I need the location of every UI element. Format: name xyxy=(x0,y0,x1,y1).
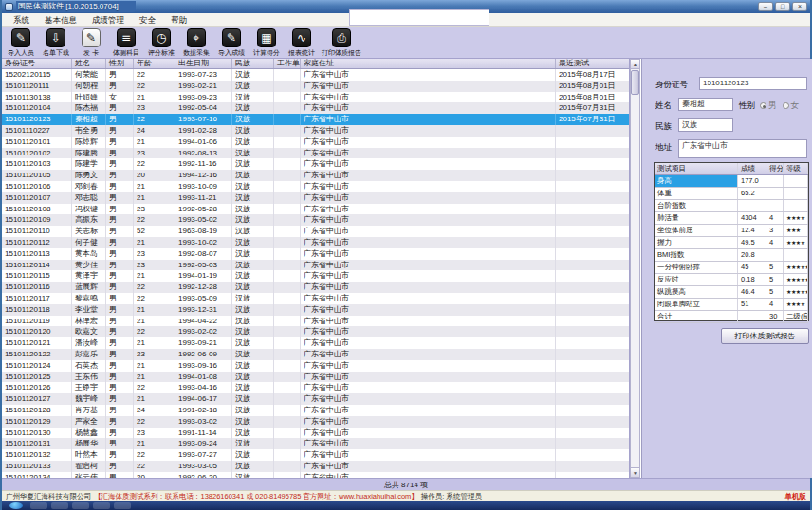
column-header-5[interactable]: 民族 xyxy=(232,59,274,68)
results-row[interactable]: 坐位体前屈12.43★★★ xyxy=(655,225,808,237)
scroll-up-icon[interactable]: ▲ xyxy=(631,60,639,69)
table-row[interactable]: 15101120115黄泽宇男211994-01-19汉族广东省中山市 xyxy=(2,270,629,282)
menu-item-1[interactable]: 基本信息 xyxy=(37,13,84,26)
menu-item-4[interactable]: 帮助 xyxy=(163,13,194,26)
results-row[interactable]: 体重65.2 xyxy=(655,188,808,200)
ethnic-field[interactable]: 汉族 xyxy=(678,118,733,132)
table-row[interactable]: 15101120101陈焯辉男211994-01-06汉族广东省中山市 xyxy=(2,137,629,148)
table-row[interactable]: 15101120132叶然本男221993-07-27汉族广东省中山市 xyxy=(2,449,629,461)
column-header-0[interactable]: 身份证号 xyxy=(2,59,72,68)
toolbar-button-9[interactable]: ⎙打印体质报告 xyxy=(320,28,363,58)
results-row[interactable]: 反应时0.185★★★★★ xyxy=(655,274,808,286)
results-row[interactable]: 肺活量43044★★★★ xyxy=(655,212,808,225)
results-row[interactable]: 一分钟俯卧撑455★★★★★ xyxy=(655,262,808,274)
column-header-6[interactable]: 工作单位 xyxy=(274,59,301,68)
table-row[interactable]: 15101120125王东伟男211994-01-08汉族广东省中山市 xyxy=(2,372,629,383)
menu-item-0[interactable]: 系统 xyxy=(6,13,37,26)
taskbar-item[interactable] xyxy=(30,502,47,509)
toolbar-button-5[interactable]: ⌖数据采集 xyxy=(179,28,213,58)
scrollbar-thumb[interactable] xyxy=(631,70,639,95)
table-row[interactable]: 15101120123秦相超男221993-07-16汉族广东省中山市2015年… xyxy=(2,114,629,125)
table-cell xyxy=(556,461,629,472)
table-row[interactable]: 15101120131杨展华男211993-09-24汉族广东省中山市 xyxy=(2,438,629,449)
start-button-icon[interactable] xyxy=(9,502,23,509)
table-row[interactable]: 15101120113黄本岛男231992-08-07汉族广东省中山市 xyxy=(2,248,629,260)
maximize-button[interactable]: □ xyxy=(775,2,790,11)
gender-female-radio[interactable] xyxy=(783,102,789,109)
results-row[interactable]: 台阶指数 xyxy=(655,200,808,212)
taskbar-item[interactable] xyxy=(114,502,131,509)
column-header-4[interactable]: 出生日期 xyxy=(175,59,232,68)
table-cell: 15101120127 xyxy=(2,393,72,405)
table-row[interactable]: 15101120124石英杰男211993-09-16汉族广东省中山市 xyxy=(2,360,629,372)
print-report-button[interactable]: 打印体质测试报告 xyxy=(721,328,809,344)
toolbar-button-3[interactable]: ≡体测科目 xyxy=(109,28,143,58)
table-row[interactable]: 15101120107邓志聪男211993-11-21汉族广东省中山市 xyxy=(2,192,629,204)
taskbar-item[interactable] xyxy=(72,502,89,509)
windows-taskbar[interactable] xyxy=(2,501,810,510)
column-header-7[interactable]: 家庭住址 xyxy=(301,59,556,68)
table-row[interactable]: 15101120120欧嘉文男221993-02-02汉族广东省中山市 xyxy=(2,326,629,337)
table-row[interactable]: 15101120117黎嘉鸣男221993-05-09汉族广东省中山市 xyxy=(2,293,629,304)
close-button[interactable]: × xyxy=(792,2,807,11)
table-row[interactable]: 15101120122彭嘉乐男231992-06-09汉族广东省中山市 xyxy=(2,349,629,360)
toolbar-button-4[interactable]: ◷评分标准 xyxy=(144,28,178,58)
taskbar-item[interactable] xyxy=(93,502,110,509)
table-row[interactable]: 15101120118李业堂男211993-12-31汉族广东省中山市 xyxy=(2,304,629,316)
toolbar-button-2[interactable]: ✎发 卡 xyxy=(74,28,108,58)
table-row[interactable]: 15101120108冯权键男231992-05-28汉族广东省中山市 xyxy=(2,204,629,215)
toolbar-button-label: 报表统计 xyxy=(288,48,315,58)
table-row[interactable]: 15101120102陈建腾男231992-08-13汉族广东省中山市 xyxy=(2,148,629,159)
results-row[interactable]: 握力49.54★★★★ xyxy=(655,237,808,249)
table-cell: 2015年07月31日 xyxy=(556,114,629,125)
table-row[interactable]: 15101120104陈杰福男231992-05-04汉族广东省中山市2015年… xyxy=(2,102,629,114)
table-row[interactable]: 15101120128肖万基男241991-02-18汉族广东省中山市 xyxy=(2,405,629,416)
menu-item-3[interactable]: 安全 xyxy=(132,13,163,26)
table-row[interactable]: 15101120112何子健男211993-10-02汉族广东省中山市 xyxy=(2,237,629,248)
table-row[interactable]: 15101120130杨慧鑫男231991-11-14汉族广东省中山市 xyxy=(2,428,629,439)
table-row[interactable]: 15101120114黄少佳男231992-05-03汉族广东省中山市 xyxy=(2,260,629,271)
id-field[interactable]: 15101120123 xyxy=(699,77,807,90)
table-cell: 男 xyxy=(106,461,134,472)
minimize-button[interactable]: – xyxy=(758,2,773,11)
scroll-down-icon[interactable]: ▼ xyxy=(631,467,639,477)
column-header-8[interactable]: 最近测试 xyxy=(556,59,630,68)
table-row[interactable]: 15101120110关志标男521963-08-19汉族广东省中山市 xyxy=(2,226,629,237)
gender-male-radio[interactable] xyxy=(760,102,766,109)
results-row[interactable]: 纵跳摸高46.45★★★★★ xyxy=(655,286,808,299)
table-row[interactable]: 15101120119林泽宏男211994-04-22汉族广东省中山市 xyxy=(2,316,629,327)
results-row[interactable]: 闭眼单脚站立514★★★★ xyxy=(655,299,808,311)
address-field[interactable]: 广东省中山市 xyxy=(678,139,807,158)
toolbar-button-0[interactable]: ✎导入人员 xyxy=(4,28,38,58)
table-row[interactable]: 15101120103陈建学男221992-11-16汉族广东省中山市 xyxy=(2,158,629,170)
name-field[interactable]: 秦相超 xyxy=(678,98,733,111)
table-row[interactable]: 15101120129严家全男221993-03-02汉族广东省中山市 xyxy=(2,416,629,428)
results-row[interactable]: BMI指数20.8 xyxy=(655,249,808,262)
menu-item-2[interactable]: 成绩管理 xyxy=(84,13,132,26)
taskbar-item[interactable] xyxy=(51,502,68,509)
toolbar-button-7[interactable]: ▦计算得分 xyxy=(249,28,284,58)
table-cell xyxy=(274,326,301,337)
table-row[interactable]: 15101110227韦全勇男241991-02-28汉族广东省中山市 xyxy=(2,125,629,137)
table-row[interactable]: 15101120105陈勇文男201994-12-16汉族广东省中山市 xyxy=(2,170,629,181)
toolbar-button-1[interactable]: ⇩名单下载 xyxy=(39,28,73,58)
table-row[interactable]: 15101120127魏宇峰男211994-06-17汉族广东省中山市 xyxy=(2,393,629,405)
table-row[interactable]: 15101120121潘汝峰男211993-09-21汉族广东省中山市 xyxy=(2,337,629,349)
table-row[interactable]: 15101120109高振东男221993-05-02汉族广东省中山市 xyxy=(2,214,629,226)
table-row[interactable]: 15101120126王铮宇男221993-04-16汉族广东省中山市 xyxy=(2,382,629,393)
results-row[interactable]: 合计30二级(良好) xyxy=(655,311,808,323)
table-row[interactable]: 15101120133翟启柯男221993-03-05汉族广东省中山市 xyxy=(2,461,629,472)
table-row[interactable]: 15202120115何荣能男221993-07-23汉族广东省中山市2015年… xyxy=(2,69,629,81)
column-header-2[interactable]: 性别 xyxy=(106,59,134,68)
table-row[interactable]: 15101120106邓剑春男211993-10-09汉族广东省中山市 xyxy=(2,181,629,192)
toolbar-search-input[interactable] xyxy=(349,9,489,26)
toolbar-button-8[interactable]: ∿报表统计 xyxy=(285,28,319,58)
column-header-1[interactable]: 姓名 xyxy=(72,59,106,68)
table-row[interactable]: 15101120116蓝展辉男221992-12-28汉族广东省中山市 xyxy=(2,282,629,293)
table-row[interactable]: 15101120111何朝程男221993-02-21汉族广东省中山市2015年… xyxy=(2,81,629,92)
toolbar-button-6[interactable]: ✎导入成绩 xyxy=(214,28,249,58)
column-header-3[interactable]: 年龄 xyxy=(134,59,175,68)
table-row[interactable]: 15101130138叶姮婵女211993-09-23汉族广东省中山市2015年… xyxy=(2,92,629,103)
results-row[interactable]: 身高177.0 xyxy=(655,175,808,188)
table-scrollbar[interactable]: ▲ ▼ xyxy=(630,59,640,478)
